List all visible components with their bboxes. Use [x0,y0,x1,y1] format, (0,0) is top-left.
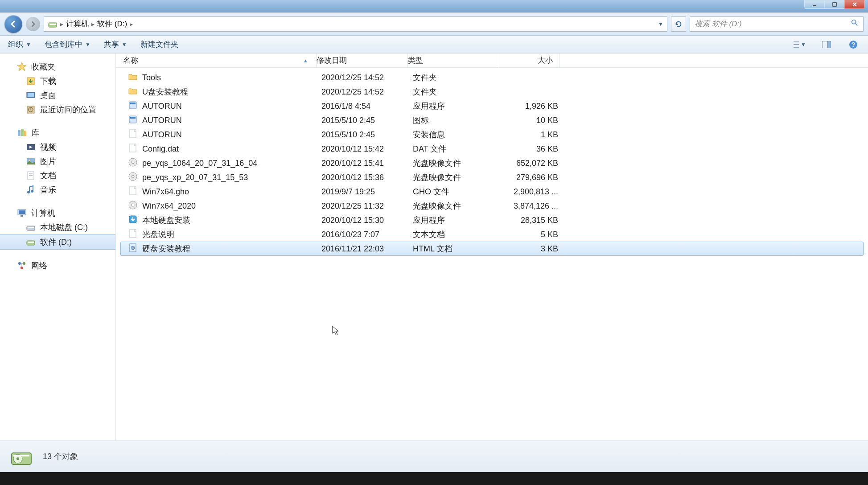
column-header-type[interactable]: 类型 [408,53,499,67]
file-date: 2020/12/25 14:52 [321,87,413,97]
file-name: Win7x64.gho [142,187,189,197]
column-headers: 名称▴ 修改日期 类型 大小 [116,53,868,68]
sidebar-item-music[interactable]: 音乐 [0,183,115,197]
command-bar: 组织▼ 包含到库中▼ 共享▼ 新建文件夹 ▼ ? [0,36,868,53]
file-row[interactable]: Win7x64_20202020/12/25 11:32光盘映像文件3,874,… [120,199,864,213]
file-type: 光盘映像文件 [413,201,504,211]
main-area: 收藏夹 下载 桌面 最近访问的位置 库 视频 图片 文档 音乐 计算机 本地磁盘… [0,53,868,440]
file-type: 文本文档 [413,229,504,240]
svg-rect-24 [24,131,26,136]
minimize-button[interactable] [804,0,824,9]
sidebar-item-drive-d[interactable]: 软件 (D:) [0,234,115,250]
column-header-name[interactable]: 名称▴ [116,53,317,67]
sidebar-computer[interactable]: 计算机 [0,206,115,220]
column-header-date[interactable]: 修改日期 [317,53,408,67]
file-name: 光盘说明 [142,229,174,240]
sidebar-item-recent[interactable]: 最近访问的位置 [0,103,115,117]
sidebar-favorites[interactable]: 收藏夹 [0,60,115,74]
file-type: HTML 文档 [413,243,504,254]
svg-rect-65 [13,455,29,456]
file-name: AUTORUN [142,116,182,125]
address-bar[interactable]: ▸ 计算机 ▸ 软件 (D:) ▸ ▼ [44,16,667,32]
breadcrumb-separator-icon: ▸ [91,21,95,28]
file-size: 10 KB [504,116,564,125]
file-date: 2020/10/12 15:41 [321,159,413,168]
star-icon [17,62,27,72]
svg-point-52 [132,161,134,164]
file-type: 文件夹 [413,86,504,97]
file-row[interactable]: pe_yqs_1064_20_07_31_16_042020/10/12 15:… [120,156,864,170]
file-row[interactable]: Win7x64.gho2019/9/7 19:25GHO 文件2,900,813… [120,185,864,199]
close-button[interactable] [844,0,864,9]
sidebar-item-pictures[interactable]: 图片 [0,154,115,169]
file-date: 2016/1/8 4:54 [321,102,413,111]
preview-pane-button[interactable] [820,38,833,51]
file-rows-container[interactable]: Tools2020/12/25 14:52文件夹U盘安装教程2020/12/25… [116,68,868,440]
svg-rect-22 [18,130,21,136]
svg-point-64 [16,457,19,460]
svg-rect-34 [19,210,25,214]
sidebar-item-videos[interactable]: 视频 [0,140,115,154]
svg-rect-23 [21,129,24,136]
file-row[interactable]: 本地硬盘安装2020/10/12 15:30应用程序28,315 KB [120,213,864,227]
file-row[interactable]: AUTORUN2015/5/10 2:45图标10 KB [120,113,864,127]
svg-rect-5 [49,24,56,25]
file-row[interactable]: Tools2020/12/25 14:52文件夹 [120,70,864,85]
include-in-library-menu[interactable]: 包含到库中▼ [45,39,91,49]
file-size: 2,900,813 ... [504,187,564,197]
file-name: AUTORUN [142,130,182,140]
sidebar-item-documents[interactable]: 文档 [0,169,115,183]
svg-text:?: ? [852,41,856,48]
file-icon [128,100,138,112]
sidebar-libraries[interactable]: 库 [0,126,115,140]
file-icon [128,72,138,84]
file-icon [128,229,138,241]
file-date: 2016/10/23 7:07 [321,230,413,239]
forward-button[interactable] [26,17,40,31]
refresh-button[interactable] [671,16,686,32]
file-date: 2020/12/25 14:52 [321,73,413,82]
file-icon [128,86,138,98]
search-input[interactable]: 搜索 软件 (D:) [690,16,864,32]
file-size: 3 KB [504,244,564,254]
file-row[interactable]: AUTORUN2015/5/10 2:45安装信息1 KB [120,127,864,142]
file-name: pe_yqs_xp_20_07_31_15_53 [142,173,248,182]
network-icon [17,261,27,271]
sidebar-item-drive-c[interactable]: 本地磁盘 (C:) [0,220,115,234]
file-row[interactable]: 硬盘安装教程2016/11/21 22:03HTML 文档3 KB [120,242,864,256]
column-header-size[interactable]: 大小 [499,53,559,67]
organize-menu[interactable]: 组织▼ [8,39,31,49]
svg-rect-1 [833,3,836,6]
navigation-pane: 收藏夹 下载 桌面 最近访问的位置 库 视频 图片 文档 音乐 计算机 本地磁盘… [0,53,116,440]
svg-rect-59 [130,230,136,238]
file-name: 硬盘安装教程 [142,243,190,254]
view-mode-button[interactable]: ▼ [793,38,806,51]
svg-point-54 [132,175,134,178]
back-button[interactable] [4,15,22,33]
file-row[interactable]: Config.dat2020/10/12 15:42DAT 文件36 KB [120,142,864,156]
file-row[interactable]: AUTORUN2016/1/8 4:54应用程序1,926 KB [120,99,864,113]
window-controls [804,0,864,10]
file-row[interactable]: pe_yqs_xp_20_07_31_15_532020/10/12 15:36… [120,170,864,185]
help-button[interactable]: ? [847,38,860,51]
desktop-icon [26,90,36,100]
breadcrumb-part[interactable]: 软件 (D:) [97,19,127,29]
file-row[interactable]: 光盘说明2016/10/23 7:07文本文档5 KB [120,227,864,242]
music-icon [26,185,36,195]
file-size: 3,874,126 ... [504,201,564,211]
breadcrumb-part[interactable]: 计算机 [66,19,89,29]
new-folder-button[interactable]: 新建文件夹 [140,39,178,49]
sidebar-item-desktop[interactable]: 桌面 [0,88,115,103]
file-size: 1 KB [504,130,564,140]
file-type: GHO 文件 [413,186,504,197]
address-dropdown-icon[interactable]: ▼ [658,21,663,27]
sidebar-network[interactable]: 网络 [0,259,115,273]
file-size: 279,696 KB [504,173,564,182]
svg-rect-13 [828,41,831,48]
maximize-button[interactable] [824,0,844,9]
share-menu[interactable]: 共享▼ [104,39,127,49]
file-name: 本地硬盘安装 [142,215,190,226]
file-row[interactable]: U盘安装教程2020/12/25 14:52文件夹 [120,85,864,99]
search-placeholder: 搜索 软件 (D:) [695,19,742,29]
sidebar-item-downloads[interactable]: 下载 [0,74,115,88]
